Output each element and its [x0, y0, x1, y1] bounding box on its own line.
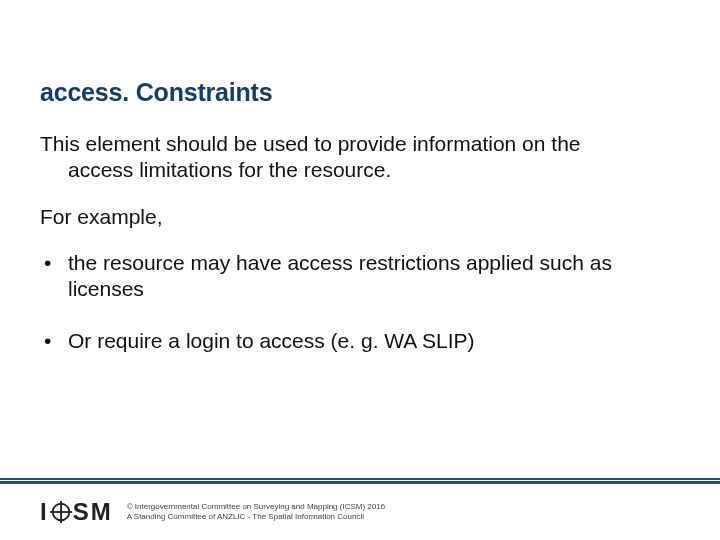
logo-letters-sm: SM: [73, 498, 113, 526]
intro-paragraph: This element should be used to provide i…: [40, 131, 680, 184]
slide-content: access. Constraints This element should …: [40, 78, 680, 381]
slide: access. Constraints This element should …: [0, 0, 720, 540]
compass-icon: [50, 501, 72, 523]
intro-line-1: This element should be used to provide i…: [40, 132, 581, 155]
slide-body: This element should be used to provide i…: [40, 131, 680, 355]
logo-text: I SM: [40, 498, 113, 526]
footer-caption-line-2: A Standing Committee of ANZLIC - The Spa…: [127, 512, 385, 522]
footer: I SM © Intergovernmental Committee on Su…: [0, 484, 720, 540]
example-label: For example,: [40, 204, 680, 230]
list-item: the resource may have access restriction…: [40, 250, 680, 303]
slide-title: access. Constraints: [40, 78, 680, 107]
footer-caption-line-1: © Intergovernmental Committee on Surveyi…: [127, 502, 385, 512]
intro-line-2: access limitations for the resource.: [40, 157, 680, 183]
icsm-logo: I SM: [40, 498, 113, 526]
list-item: Or require a login to access (e. g. WA S…: [40, 328, 680, 354]
footer-caption: © Intergovernmental Committee on Surveyi…: [127, 502, 385, 522]
bullet-list: the resource may have access restriction…: [40, 250, 680, 355]
logo-letter-i: I: [40, 498, 49, 526]
